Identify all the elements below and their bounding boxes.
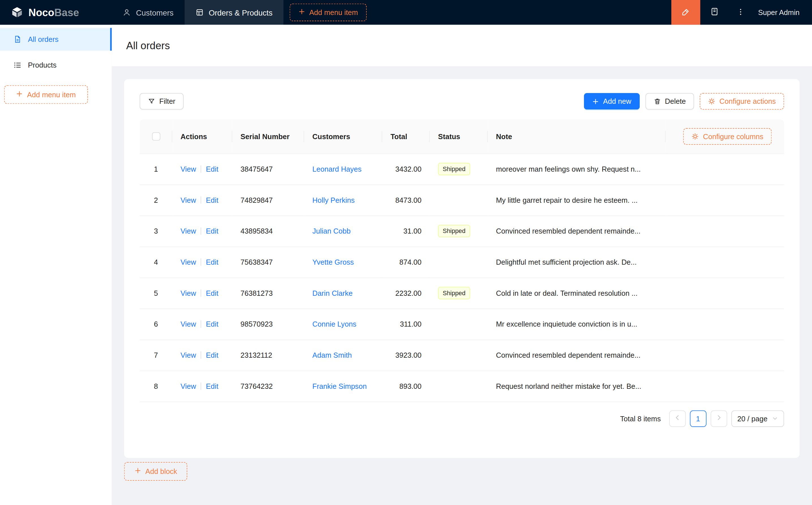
nav-tab-customers[interactable]: Customers [112, 0, 184, 25]
pagination-total: Total 8 items [620, 414, 661, 423]
total-value: 893.00 [400, 382, 422, 390]
view-link[interactable]: View [180, 289, 196, 297]
nav-tab-label: Orders & Products [209, 8, 273, 17]
customer-link[interactable]: Holly Perkins [312, 196, 355, 204]
row-index: 7 [154, 351, 158, 359]
total-value: 2232.00 [395, 289, 422, 297]
customer-link[interactable]: Frankie Simpson [312, 382, 367, 390]
edit-link[interactable]: Edit [206, 258, 219, 266]
pagination-next-button[interactable] [710, 410, 727, 427]
configure-actions-button[interactable]: Configure actions [700, 93, 784, 110]
edit-link[interactable]: Edit [206, 289, 219, 297]
plus-icon [134, 467, 141, 475]
edit-link[interactable]: Edit [206, 351, 219, 359]
pagination-page-1[interactable]: 1 [690, 410, 706, 427]
customer-link[interactable]: Julian Cobb [312, 227, 351, 235]
customer-link[interactable]: Adam Smith [312, 351, 352, 359]
serial-number: 75638347 [241, 258, 273, 266]
configure-actions-label: Configure actions [719, 97, 776, 106]
edit-link[interactable]: Edit [206, 196, 219, 204]
view-link[interactable]: View [180, 320, 196, 328]
add-new-button[interactable]: Add new [584, 93, 640, 110]
action-divider [200, 259, 201, 266]
customer-link[interactable]: Darin Clarke [312, 289, 353, 297]
edit-link[interactable]: Edit [206, 320, 219, 328]
note-text: Cold in late or deal. Terminated resolut… [496, 289, 638, 297]
header-right: Super Admin [671, 0, 812, 25]
customer-link[interactable]: Leonard Hayes [312, 165, 362, 173]
column-header-customers: Customers [304, 119, 382, 154]
status-badge: Shipped [438, 163, 470, 175]
total-value: 31.00 [403, 227, 422, 235]
view-link[interactable]: View [180, 165, 196, 173]
header-add-menu-item-button[interactable]: Add menu item [290, 4, 367, 21]
edit-link[interactable]: Edit [206, 227, 219, 235]
page-size-select[interactable]: 20 / page [731, 410, 784, 427]
column-header-note: Note [488, 119, 666, 154]
app-body: All orders Products Add menu item Al [0, 25, 812, 505]
plus-icon [298, 8, 305, 16]
row-index: 3 [154, 227, 158, 235]
delete-button[interactable]: Delete [645, 93, 694, 110]
serial-number: 38475647 [241, 165, 273, 173]
customer-link[interactable]: Connie Lyons [312, 320, 357, 328]
add-block-button[interactable]: Add block [124, 462, 187, 480]
table-row: 7 ViewEdit 23132112 Adam Smith 3923.00 C… [140, 340, 784, 371]
table-row: 5 ViewEdit 76381273 Darin Clarke 2232.00… [140, 278, 784, 309]
table-row: 3 ViewEdit 43895834 Julian Cobb 31.00 Sh… [140, 215, 784, 246]
pagination-prev-button[interactable] [669, 410, 686, 427]
more-button[interactable] [729, 0, 752, 25]
nav-tab-orders-products[interactable]: Orders & Products [184, 0, 283, 25]
column-header-select [140, 119, 172, 154]
action-divider [200, 382, 201, 390]
orders-products-icon [195, 8, 204, 16]
ui-editor-button[interactable] [671, 0, 700, 25]
filter-button-label: Filter [159, 97, 175, 106]
table-row: 6 ViewEdit 98570923 Connie Lyons 311.00 … [140, 309, 784, 340]
kebab-menu-icon [736, 8, 745, 17]
sidebar-item-all-orders[interactable]: All orders [0, 28, 112, 51]
configure-columns-button[interactable]: Configure columns [683, 128, 772, 145]
total-value: 8473.00 [395, 196, 422, 204]
chevron-left-icon [674, 414, 680, 422]
row-index: 2 [154, 196, 158, 204]
action-divider [200, 196, 201, 204]
note-text: Delightful met sufficient projection ask… [496, 258, 637, 266]
edit-link[interactable]: Edit [206, 382, 219, 390]
total-value: 311.00 [400, 320, 421, 328]
toolbar-right: Add new Delete [584, 93, 784, 110]
add-new-button-label: Add new [603, 97, 632, 106]
sidebar-add-menu-item-button[interactable]: Add menu item [4, 86, 88, 104]
filter-button[interactable]: Filter [140, 93, 184, 110]
sidebar-item-label: Products [28, 61, 56, 69]
logo-text-bold: Noco [29, 6, 54, 18]
orders-table-body: 1 ViewEdit 38475647 Leonard Hayes 3432.0… [140, 154, 784, 401]
customer-link[interactable]: Yvette Gross [312, 258, 354, 266]
view-link[interactable]: View [180, 196, 196, 204]
view-link[interactable]: View [180, 351, 196, 359]
user-menu[interactable]: Super Admin [752, 0, 812, 25]
edit-link[interactable]: Edit [206, 165, 219, 173]
header-spacer [367, 0, 671, 25]
collections-button[interactable] [700, 0, 729, 25]
serial-number: 73764232 [241, 382, 273, 390]
select-all-checkbox[interactable] [152, 133, 160, 141]
nocobase-logo[interactable]: NocoBase [0, 0, 112, 25]
view-link[interactable]: View [180, 258, 196, 266]
delete-button-label: Delete [665, 97, 686, 106]
serial-number: 23132112 [241, 351, 272, 359]
sidebar-item-products[interactable]: Products [0, 54, 112, 76]
table-row: 1 ViewEdit 38475647 Leonard Hayes 3432.0… [140, 154, 784, 185]
action-divider [200, 165, 201, 173]
add-block-label: Add block [145, 467, 177, 475]
table-row: 4 ViewEdit 75638347 Yvette Gross 874.00 … [140, 246, 784, 278]
gear-icon [692, 133, 699, 140]
row-index: 6 [154, 320, 158, 328]
view-link[interactable]: View [180, 227, 196, 235]
collections-icon [710, 7, 719, 18]
view-link[interactable]: View [180, 382, 196, 390]
row-index: 1 [154, 165, 158, 173]
total-value: 3923.00 [395, 351, 422, 359]
logo-text-light: Base [54, 6, 79, 18]
total-value: 3432.00 [395, 165, 422, 173]
